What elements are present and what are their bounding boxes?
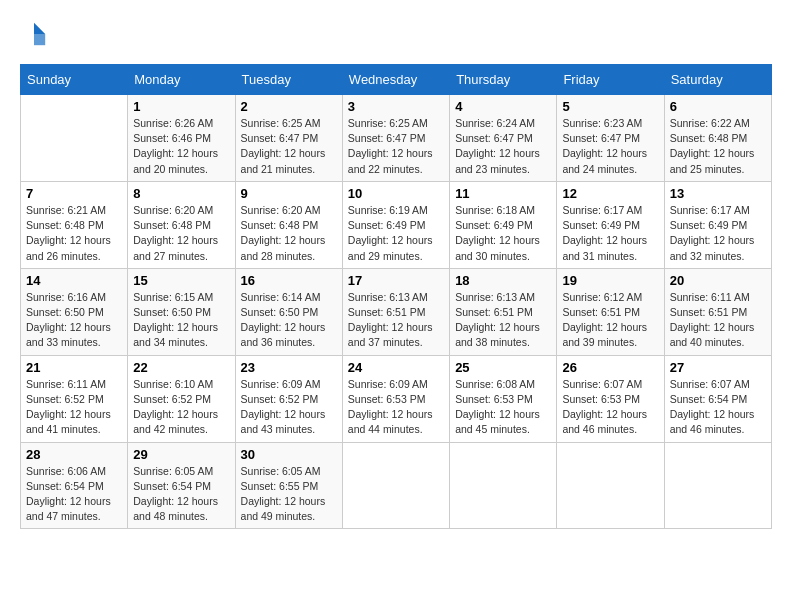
day-info: Sunrise: 6:22 AMSunset: 6:48 PMDaylight:… [670, 116, 766, 177]
calendar-cell [342, 442, 449, 529]
day-number: 7 [26, 186, 122, 201]
logo-icon [20, 20, 48, 48]
svg-marker-1 [34, 34, 45, 45]
day-info: Sunrise: 6:13 AMSunset: 6:51 PMDaylight:… [455, 290, 551, 351]
day-number: 12 [562, 186, 658, 201]
week-row-2: 7Sunrise: 6:21 AMSunset: 6:48 PMDaylight… [21, 181, 772, 268]
day-number: 2 [241, 99, 337, 114]
day-info: Sunrise: 6:20 AMSunset: 6:48 PMDaylight:… [241, 203, 337, 264]
svg-marker-0 [34, 23, 45, 34]
column-header-sunday: Sunday [21, 65, 128, 95]
day-info: Sunrise: 6:12 AMSunset: 6:51 PMDaylight:… [562, 290, 658, 351]
calendar-cell: 22Sunrise: 6:10 AMSunset: 6:52 PMDayligh… [128, 355, 235, 442]
calendar-cell [664, 442, 771, 529]
day-number: 19 [562, 273, 658, 288]
header-row: SundayMondayTuesdayWednesdayThursdayFrid… [21, 65, 772, 95]
column-header-monday: Monday [128, 65, 235, 95]
day-number: 27 [670, 360, 766, 375]
calendar-cell: 4Sunrise: 6:24 AMSunset: 6:47 PMDaylight… [450, 95, 557, 182]
day-number: 20 [670, 273, 766, 288]
column-header-wednesday: Wednesday [342, 65, 449, 95]
calendar-cell: 18Sunrise: 6:13 AMSunset: 6:51 PMDayligh… [450, 268, 557, 355]
week-row-3: 14Sunrise: 6:16 AMSunset: 6:50 PMDayligh… [21, 268, 772, 355]
day-info: Sunrise: 6:11 AMSunset: 6:52 PMDaylight:… [26, 377, 122, 438]
logo [20, 20, 52, 48]
day-number: 23 [241, 360, 337, 375]
calendar-cell: 16Sunrise: 6:14 AMSunset: 6:50 PMDayligh… [235, 268, 342, 355]
day-info: Sunrise: 6:25 AMSunset: 6:47 PMDaylight:… [241, 116, 337, 177]
calendar-cell: 17Sunrise: 6:13 AMSunset: 6:51 PMDayligh… [342, 268, 449, 355]
day-number: 16 [241, 273, 337, 288]
day-number: 15 [133, 273, 229, 288]
day-info: Sunrise: 6:10 AMSunset: 6:52 PMDaylight:… [133, 377, 229, 438]
calendar-cell [450, 442, 557, 529]
calendar-cell: 26Sunrise: 6:07 AMSunset: 6:53 PMDayligh… [557, 355, 664, 442]
day-info: Sunrise: 6:13 AMSunset: 6:51 PMDaylight:… [348, 290, 444, 351]
day-info: Sunrise: 6:23 AMSunset: 6:47 PMDaylight:… [562, 116, 658, 177]
calendar-cell: 25Sunrise: 6:08 AMSunset: 6:53 PMDayligh… [450, 355, 557, 442]
day-info: Sunrise: 6:09 AMSunset: 6:53 PMDaylight:… [348, 377, 444, 438]
day-number: 17 [348, 273, 444, 288]
calendar-cell [557, 442, 664, 529]
day-number: 5 [562, 99, 658, 114]
page-header [20, 20, 772, 48]
day-number: 30 [241, 447, 337, 462]
column-header-saturday: Saturday [664, 65, 771, 95]
calendar-cell: 29Sunrise: 6:05 AMSunset: 6:54 PMDayligh… [128, 442, 235, 529]
calendar-cell: 20Sunrise: 6:11 AMSunset: 6:51 PMDayligh… [664, 268, 771, 355]
day-number: 1 [133, 99, 229, 114]
day-info: Sunrise: 6:15 AMSunset: 6:50 PMDaylight:… [133, 290, 229, 351]
day-info: Sunrise: 6:14 AMSunset: 6:50 PMDaylight:… [241, 290, 337, 351]
calendar-cell: 27Sunrise: 6:07 AMSunset: 6:54 PMDayligh… [664, 355, 771, 442]
day-number: 6 [670, 99, 766, 114]
calendar-cell: 7Sunrise: 6:21 AMSunset: 6:48 PMDaylight… [21, 181, 128, 268]
day-number: 8 [133, 186, 229, 201]
calendar-cell: 11Sunrise: 6:18 AMSunset: 6:49 PMDayligh… [450, 181, 557, 268]
day-info: Sunrise: 6:05 AMSunset: 6:55 PMDaylight:… [241, 464, 337, 525]
calendar-cell: 2Sunrise: 6:25 AMSunset: 6:47 PMDaylight… [235, 95, 342, 182]
day-info: Sunrise: 6:24 AMSunset: 6:47 PMDaylight:… [455, 116, 551, 177]
week-row-1: 1Sunrise: 6:26 AMSunset: 6:46 PMDaylight… [21, 95, 772, 182]
day-number: 9 [241, 186, 337, 201]
day-number: 21 [26, 360, 122, 375]
column-header-friday: Friday [557, 65, 664, 95]
day-number: 4 [455, 99, 551, 114]
day-info: Sunrise: 6:05 AMSunset: 6:54 PMDaylight:… [133, 464, 229, 525]
week-row-4: 21Sunrise: 6:11 AMSunset: 6:52 PMDayligh… [21, 355, 772, 442]
day-info: Sunrise: 6:26 AMSunset: 6:46 PMDaylight:… [133, 116, 229, 177]
calendar-cell: 19Sunrise: 6:12 AMSunset: 6:51 PMDayligh… [557, 268, 664, 355]
day-number: 14 [26, 273, 122, 288]
calendar-cell: 28Sunrise: 6:06 AMSunset: 6:54 PMDayligh… [21, 442, 128, 529]
day-number: 29 [133, 447, 229, 462]
calendar-body: 1Sunrise: 6:26 AMSunset: 6:46 PMDaylight… [21, 95, 772, 529]
calendar-cell: 21Sunrise: 6:11 AMSunset: 6:52 PMDayligh… [21, 355, 128, 442]
day-info: Sunrise: 6:25 AMSunset: 6:47 PMDaylight:… [348, 116, 444, 177]
day-info: Sunrise: 6:17 AMSunset: 6:49 PMDaylight:… [670, 203, 766, 264]
calendar-cell: 5Sunrise: 6:23 AMSunset: 6:47 PMDaylight… [557, 95, 664, 182]
day-info: Sunrise: 6:06 AMSunset: 6:54 PMDaylight:… [26, 464, 122, 525]
column-header-thursday: Thursday [450, 65, 557, 95]
day-info: Sunrise: 6:07 AMSunset: 6:54 PMDaylight:… [670, 377, 766, 438]
day-number: 3 [348, 99, 444, 114]
calendar-cell: 6Sunrise: 6:22 AMSunset: 6:48 PMDaylight… [664, 95, 771, 182]
day-number: 24 [348, 360, 444, 375]
day-info: Sunrise: 6:20 AMSunset: 6:48 PMDaylight:… [133, 203, 229, 264]
column-header-tuesday: Tuesday [235, 65, 342, 95]
day-info: Sunrise: 6:09 AMSunset: 6:52 PMDaylight:… [241, 377, 337, 438]
calendar-cell: 9Sunrise: 6:20 AMSunset: 6:48 PMDaylight… [235, 181, 342, 268]
calendar-cell: 24Sunrise: 6:09 AMSunset: 6:53 PMDayligh… [342, 355, 449, 442]
day-info: Sunrise: 6:18 AMSunset: 6:49 PMDaylight:… [455, 203, 551, 264]
calendar-header: SundayMondayTuesdayWednesdayThursdayFrid… [21, 65, 772, 95]
day-info: Sunrise: 6:21 AMSunset: 6:48 PMDaylight:… [26, 203, 122, 264]
calendar-cell: 15Sunrise: 6:15 AMSunset: 6:50 PMDayligh… [128, 268, 235, 355]
day-info: Sunrise: 6:11 AMSunset: 6:51 PMDaylight:… [670, 290, 766, 351]
calendar-table: SundayMondayTuesdayWednesdayThursdayFrid… [20, 64, 772, 529]
calendar-cell: 3Sunrise: 6:25 AMSunset: 6:47 PMDaylight… [342, 95, 449, 182]
day-info: Sunrise: 6:07 AMSunset: 6:53 PMDaylight:… [562, 377, 658, 438]
day-info: Sunrise: 6:08 AMSunset: 6:53 PMDaylight:… [455, 377, 551, 438]
day-number: 10 [348, 186, 444, 201]
calendar-cell: 1Sunrise: 6:26 AMSunset: 6:46 PMDaylight… [128, 95, 235, 182]
calendar-cell: 8Sunrise: 6:20 AMSunset: 6:48 PMDaylight… [128, 181, 235, 268]
day-number: 13 [670, 186, 766, 201]
day-number: 25 [455, 360, 551, 375]
